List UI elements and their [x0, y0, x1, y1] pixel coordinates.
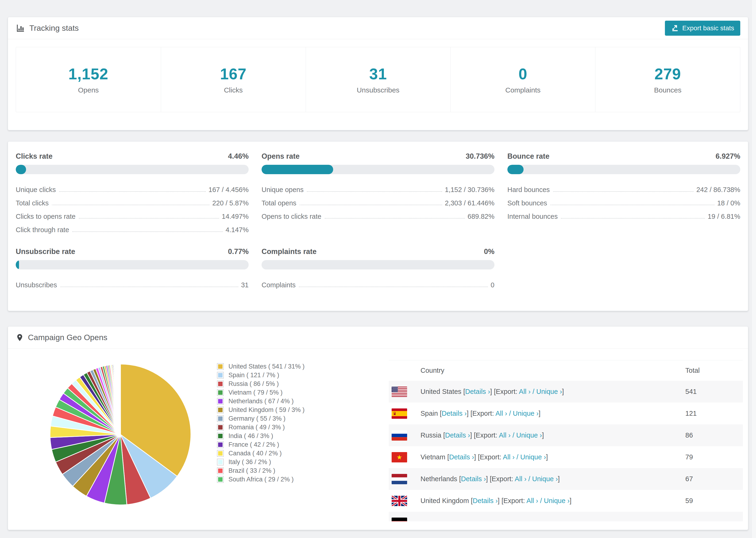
- legend-item[interactable]: Russia ( 86 / 5% ): [217, 380, 304, 388]
- legend-swatch: [217, 441, 224, 448]
- table-row: United Kingdom [Details ›] [Export: All …: [389, 490, 743, 512]
- export-all-link[interactable]: All ›: [526, 497, 538, 505]
- rate-value: 0.77%: [228, 247, 249, 256]
- stat-card-unsubscribes: 31Unsubscribes: [306, 47, 451, 112]
- legend-item[interactable]: Romania ( 49 / 3% ): [217, 423, 304, 432]
- stat-card-bounces: 279Bounces: [595, 47, 740, 112]
- dotted-leader: [299, 205, 442, 205]
- legend-label: India ( 46 / 3% ): [229, 432, 273, 440]
- stat-card-opens: 1,152Opens: [16, 47, 161, 112]
- geo-pie-chart[interactable]: United StatesSpainRussiaVietnamNetherlan…: [45, 359, 195, 510]
- dotted-leader: [325, 218, 465, 219]
- rate-value: 0%: [484, 247, 495, 256]
- rate-block-unsubscribe-rate: Unsubscribe rate0.77%Unsubscribes31: [16, 247, 249, 289]
- metric-rows: Unique opens1,152 / 30.736%Total opens2,…: [261, 180, 495, 220]
- metric-row: Soft bounces18 / 0%: [507, 194, 740, 207]
- dotted-leader: [59, 191, 206, 192]
- stat-card-complaints: 0Complaints: [450, 47, 595, 112]
- export-unique-link[interactable]: Unique ›: [536, 388, 562, 395]
- legend-swatch: [217, 459, 224, 465]
- stat-label: Opens: [78, 86, 99, 94]
- metric-label: Hard bounces: [507, 186, 550, 194]
- legend-swatch: [217, 450, 224, 457]
- rate-value: 4.46%: [228, 152, 249, 161]
- legend-item[interactable]: Canada ( 40 / 2% ): [217, 449, 304, 458]
- legend-item[interactable]: India ( 46 / 3% ): [217, 432, 304, 440]
- total-value: 79: [685, 453, 743, 461]
- total-value: 59: [685, 497, 743, 505]
- legend-item[interactable]: Netherlands ( 67 / 4% ): [217, 397, 304, 405]
- dotted-leader: [561, 218, 705, 219]
- flag-column-spacer: [392, 365, 407, 376]
- metric-value: 18 / 0%: [717, 199, 740, 207]
- progress-track: [507, 165, 740, 174]
- legend-swatch: [217, 424, 224, 431]
- rate-block-complaints-rate: Complaints rate0%Complaints0: [261, 247, 495, 289]
- metric-label: Internal bounces: [507, 213, 558, 220]
- metric-value: 242 / 86.738%: [696, 186, 740, 194]
- export-unique-link[interactable]: Unique ›: [520, 453, 546, 461]
- total-column-header: Total: [685, 367, 743, 374]
- legend-item[interactable]: Vietnam ( 79 / 5% ): [217, 388, 304, 397]
- campaign-geo-opens-card: Campaign Geo Opens United StatesSpainRus…: [8, 326, 748, 530]
- details-link[interactable]: Details ›: [473, 497, 498, 505]
- progress-track: [261, 260, 495, 269]
- metric-row: Unique clicks167 / 4.456%: [16, 180, 249, 194]
- country-flag-icon-gb: [392, 496, 407, 506]
- rate-head: Bounce rate6.927%: [507, 152, 740, 161]
- export-unique-link[interactable]: Unique ›: [532, 475, 558, 483]
- stat-value: 31: [369, 65, 387, 83]
- rate-title: Unsubscribe rate: [16, 247, 75, 256]
- page-scrollbar-track[interactable]: [751, 0, 756, 538]
- legend-label: Netherlands ( 67 / 4% ): [229, 398, 294, 405]
- rate-block-clicks-rate: Clicks rate4.46%Unique clicks167 / 4.456…: [16, 152, 249, 234]
- metric-value: 689.82%: [468, 213, 495, 220]
- metric-label: Unsubscribes: [16, 281, 57, 289]
- details-link[interactable]: Details ›: [445, 431, 470, 439]
- export-basic-stats-button[interactable]: Export basic stats: [665, 21, 740, 36]
- export-unique-link[interactable]: Unique ›: [544, 497, 569, 505]
- rate-block-opens-rate: Opens rate30.736%Unique opens1,152 / 30.…: [261, 152, 495, 234]
- rate-value: 30.736%: [466, 152, 495, 161]
- details-link[interactable]: Details ›: [461, 475, 486, 483]
- dotted-leader: [52, 205, 209, 205]
- dotted-leader: [299, 287, 488, 287]
- export-all-link[interactable]: All ›: [495, 409, 507, 417]
- export-icon: [671, 24, 679, 32]
- progress-fill: [507, 165, 523, 174]
- legend-label: United Kingdom ( 59 / 3% ): [229, 406, 304, 413]
- export-unique-link[interactable]: Unique ›: [513, 409, 539, 417]
- export-all-link[interactable]: All ›: [503, 453, 514, 461]
- details-link[interactable]: Details ›: [449, 453, 474, 461]
- geo-header: Campaign Geo Opens: [8, 327, 748, 349]
- legend-item[interactable]: France ( 42 / 2% ): [217, 440, 304, 449]
- tracking-stats-title-row: Tracking stats: [16, 24, 79, 33]
- progress-track: [261, 165, 495, 174]
- legend-label: Russia ( 86 / 5% ): [229, 380, 279, 388]
- legend-item[interactable]: South Africa ( 29 / 2% ): [217, 475, 304, 484]
- metric-value: 4.147%: [226, 226, 249, 234]
- legend-item[interactable]: United States ( 541 / 31% ): [217, 362, 304, 371]
- legend-item[interactable]: Brazil ( 33 / 2% ): [217, 466, 304, 475]
- export-unique-link[interactable]: Unique ›: [516, 431, 542, 439]
- legend-label: Romania ( 49 / 3% ): [229, 424, 285, 431]
- legend-item[interactable]: Italy ( 36 / 2% ): [217, 458, 304, 466]
- metric-value: 220 / 5.87%: [212, 199, 249, 207]
- dotted-leader: [60, 287, 238, 287]
- geo-country-table: CountryTotalUnited States [Details ›] [E…: [389, 360, 743, 521]
- legend-item[interactable]: United Kingdom ( 59 / 3% ): [217, 405, 304, 414]
- legend-swatch: [217, 372, 224, 379]
- export-all-link[interactable]: All ›: [514, 475, 526, 483]
- country-column-header: Country: [420, 367, 685, 374]
- metric-rows: Complaints0: [261, 276, 495, 289]
- rate-value: 6.927%: [716, 152, 740, 161]
- dotted-leader: [79, 218, 219, 219]
- legend-item[interactable]: Germany ( 55 / 3% ): [217, 414, 304, 423]
- rate-head: Opens rate30.736%: [261, 152, 495, 161]
- export-all-link[interactable]: All ›: [499, 431, 511, 439]
- details-link[interactable]: Details ›: [465, 388, 490, 395]
- stat-value: 167: [220, 65, 246, 83]
- legend-item[interactable]: Spain ( 121 / 7% ): [217, 371, 304, 380]
- details-link[interactable]: Details ›: [442, 409, 466, 417]
- export-all-link[interactable]: All ›: [519, 388, 531, 395]
